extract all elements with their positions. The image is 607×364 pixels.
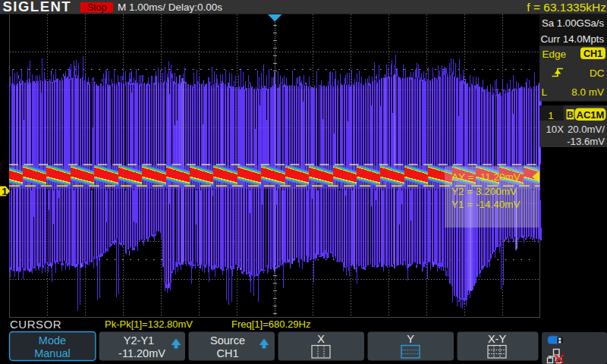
svg-text:Curr 14.0Mpts: Curr 14.0Mpts [541,33,605,45]
svg-text:B: B [567,110,573,119]
svg-text:M 1.00ms/ Delay:0.00s: M 1.00ms/ Delay:0.00s [118,2,222,13]
svg-text:ΔY = -11.20mV: ΔY = -11.20mV [451,171,521,183]
svg-text:Mode: Mode [39,334,66,347]
svg-text:Source: Source [210,334,245,347]
svg-text:Edge: Edge [543,49,567,60]
svg-text:1: 1 [2,186,8,197]
svg-text:CH1: CH1 [583,49,602,59]
svg-text:8.0 mV: 8.0 mV [571,86,604,98]
svg-text:-11.20mV: -11.20mV [118,347,165,359]
svg-text:Stop: Stop [87,2,107,13]
svg-text:SIGLENT: SIGLENT [3,0,72,14]
svg-text:10X: 10X [546,124,565,135]
svg-text:Manual: Manual [34,347,71,359]
svg-text:AC1M: AC1M [577,109,605,121]
svg-text:Sa 1.00GSa/s: Sa 1.00GSa/s [542,17,605,29]
svg-text:X-Y: X-Y [488,333,507,345]
svg-text:20.0mV/: 20.0mV/ [568,124,605,135]
svg-text:1: 1 [548,110,554,121]
svg-text:CH1: CH1 [216,347,238,359]
svg-text:f = 63.1335kHz: f = 63.1335kHz [527,1,606,14]
svg-text:Pk-Pk[1]=132.80mV: Pk-Pk[1]=132.80mV [105,318,193,330]
svg-text:Y2-Y1: Y2-Y1 [124,334,154,347]
svg-text:X: X [317,333,325,345]
svg-text:DC: DC [590,67,605,79]
svg-text:CURSOR: CURSOR [10,318,61,331]
svg-text:Freq[1]=680.29Hz: Freq[1]=680.29Hz [231,318,310,330]
svg-text:Y1 = -14.40mV: Y1 = -14.40mV [451,199,520,210]
svg-text:-13.6mV: -13.6mV [567,136,605,147]
svg-text:L: L [542,86,548,98]
svg-text:Y2 = 3.200mV: Y2 = 3.200mV [451,186,517,197]
svg-text:Y: Y [407,333,414,345]
